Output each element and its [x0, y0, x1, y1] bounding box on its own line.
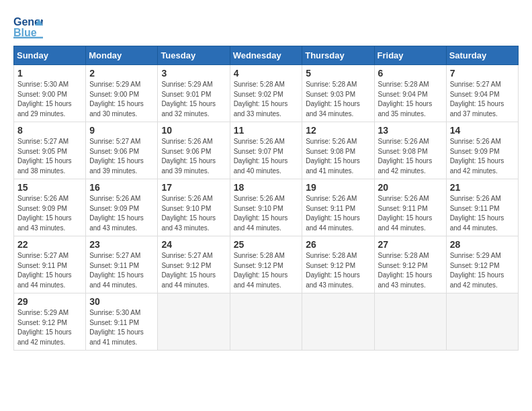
- calendar-day-cell: 9Sunrise: 5:27 AM Sunset: 9:06 PM Daylig…: [86, 122, 158, 179]
- day-info: Sunrise: 5:26 AM Sunset: 9:11 PM Dayligh…: [306, 194, 370, 233]
- day-number: 9: [89, 125, 154, 136]
- day-number: 3: [161, 68, 226, 79]
- day-info: Sunrise: 5:26 AM Sunset: 9:11 PM Dayligh…: [450, 194, 515, 233]
- day-info: Sunrise: 5:26 AM Sunset: 9:09 PM Dayligh…: [17, 194, 82, 233]
- calendar-week-row: 22Sunrise: 5:27 AM Sunset: 9:11 PM Dayli…: [14, 236, 519, 293]
- day-number: 22: [17, 239, 82, 250]
- calendar-day-cell: 30Sunrise: 5:30 AM Sunset: 9:11 PM Dayli…: [86, 293, 158, 351]
- day-info: Sunrise: 5:26 AM Sunset: 9:09 PM Dayligh…: [450, 137, 515, 176]
- day-info: Sunrise: 5:28 AM Sunset: 9:12 PM Dayligh…: [306, 251, 370, 290]
- calendar-day-cell: 26Sunrise: 5:28 AM Sunset: 9:12 PM Dayli…: [302, 236, 374, 293]
- calendar-day-cell: 1Sunrise: 5:30 AM Sunset: 9:00 PM Daylig…: [14, 65, 86, 122]
- day-number: 18: [234, 182, 299, 193]
- day-info: Sunrise: 5:27 AM Sunset: 9:04 PM Dayligh…: [450, 80, 515, 119]
- day-number: 26: [306, 239, 370, 250]
- calendar-day-cell: [230, 293, 302, 351]
- calendar-week-row: 1Sunrise: 5:30 AM Sunset: 9:00 PM Daylig…: [14, 65, 519, 122]
- weekday-header-row: SundayMondayTuesdayWednesdayThursdayFrid…: [14, 46, 519, 65]
- day-info: Sunrise: 5:28 AM Sunset: 9:03 PM Dayligh…: [306, 80, 370, 119]
- day-info: Sunrise: 5:29 AM Sunset: 9:12 PM Dayligh…: [450, 251, 515, 290]
- day-info: Sunrise: 5:26 AM Sunset: 9:08 PM Dayligh…: [306, 137, 370, 176]
- day-info: Sunrise: 5:26 AM Sunset: 9:11 PM Dayligh…: [378, 194, 443, 233]
- calendar-day-cell: 29Sunrise: 5:29 AM Sunset: 9:12 PM Dayli…: [14, 293, 86, 351]
- day-number: 1: [17, 68, 82, 79]
- calendar-day-cell: 20Sunrise: 5:26 AM Sunset: 9:11 PM Dayli…: [374, 179, 446, 236]
- calendar-week-row: 29Sunrise: 5:29 AM Sunset: 9:12 PM Dayli…: [14, 293, 519, 351]
- day-info: Sunrise: 5:26 AM Sunset: 9:08 PM Dayligh…: [378, 137, 443, 176]
- day-info: Sunrise: 5:27 AM Sunset: 9:11 PM Dayligh…: [89, 251, 154, 290]
- calendar-week-row: 15Sunrise: 5:26 AM Sunset: 9:09 PM Dayli…: [14, 179, 519, 236]
- day-number: 5: [306, 68, 370, 79]
- day-number: 19: [306, 182, 370, 193]
- calendar-day-cell: 28Sunrise: 5:29 AM Sunset: 9:12 PM Dayli…: [446, 236, 518, 293]
- weekday-sunday: Sunday: [14, 46, 86, 65]
- calendar-day-cell: 24Sunrise: 5:27 AM Sunset: 9:12 PM Dayli…: [158, 236, 230, 293]
- day-number: 17: [161, 182, 226, 193]
- day-info: Sunrise: 5:30 AM Sunset: 9:11 PM Dayligh…: [89, 308, 154, 347]
- day-number: 2: [89, 68, 154, 79]
- weekday-saturday: Saturday: [446, 46, 518, 65]
- calendar-day-cell: 2Sunrise: 5:29 AM Sunset: 9:00 PM Daylig…: [86, 65, 158, 122]
- day-number: 27: [378, 239, 443, 250]
- calendar-day-cell: [446, 293, 518, 351]
- day-number: 30: [89, 296, 154, 307]
- calendar-day-cell: 4Sunrise: 5:28 AM Sunset: 9:02 PM Daylig…: [230, 65, 302, 122]
- calendar-day-cell: 3Sunrise: 5:29 AM Sunset: 9:01 PM Daylig…: [158, 65, 230, 122]
- day-number: 11: [234, 125, 299, 136]
- day-number: 15: [17, 182, 82, 193]
- page-header: General Blue: [13, 13, 519, 39]
- day-info: Sunrise: 5:27 AM Sunset: 9:12 PM Dayligh…: [161, 251, 226, 290]
- calendar-day-cell: 23Sunrise: 5:27 AM Sunset: 9:11 PM Dayli…: [86, 236, 158, 293]
- day-info: Sunrise: 5:28 AM Sunset: 9:04 PM Dayligh…: [378, 80, 443, 119]
- day-number: 12: [306, 125, 370, 136]
- calendar-day-cell: 13Sunrise: 5:26 AM Sunset: 9:08 PM Dayli…: [374, 122, 446, 179]
- day-number: 6: [378, 68, 443, 79]
- weekday-tuesday: Tuesday: [158, 46, 230, 65]
- day-info: Sunrise: 5:27 AM Sunset: 9:06 PM Dayligh…: [89, 137, 154, 176]
- day-number: 21: [450, 182, 515, 193]
- day-info: Sunrise: 5:26 AM Sunset: 9:10 PM Dayligh…: [161, 194, 226, 233]
- day-number: 8: [17, 125, 82, 136]
- calendar-day-cell: 8Sunrise: 5:27 AM Sunset: 9:05 PM Daylig…: [14, 122, 86, 179]
- day-info: Sunrise: 5:26 AM Sunset: 9:07 PM Dayligh…: [234, 137, 299, 176]
- day-info: Sunrise: 5:28 AM Sunset: 9:12 PM Dayligh…: [378, 251, 443, 290]
- calendar-day-cell: 7Sunrise: 5:27 AM Sunset: 9:04 PM Daylig…: [446, 65, 518, 122]
- calendar-day-cell: 19Sunrise: 5:26 AM Sunset: 9:11 PM Dayli…: [302, 179, 374, 236]
- calendar-day-cell: 27Sunrise: 5:28 AM Sunset: 9:12 PM Dayli…: [374, 236, 446, 293]
- day-number: 20: [378, 182, 443, 193]
- day-number: 4: [234, 68, 299, 79]
- weekday-wednesday: Wednesday: [230, 46, 302, 65]
- day-number: 13: [378, 125, 443, 136]
- day-info: Sunrise: 5:26 AM Sunset: 9:09 PM Dayligh…: [89, 194, 154, 233]
- day-info: Sunrise: 5:29 AM Sunset: 9:12 PM Dayligh…: [17, 308, 82, 347]
- calendar-day-cell: 11Sunrise: 5:26 AM Sunset: 9:07 PM Dayli…: [230, 122, 302, 179]
- calendar-table: SundayMondayTuesdayWednesdayThursdayFrid…: [13, 46, 519, 351]
- calendar-day-cell: 18Sunrise: 5:26 AM Sunset: 9:10 PM Dayli…: [230, 179, 302, 236]
- day-number: 23: [89, 239, 154, 250]
- day-number: 16: [89, 182, 154, 193]
- day-info: Sunrise: 5:27 AM Sunset: 9:05 PM Dayligh…: [17, 137, 82, 176]
- day-info: Sunrise: 5:29 AM Sunset: 9:01 PM Dayligh…: [161, 80, 226, 119]
- calendar-day-cell: 6Sunrise: 5:28 AM Sunset: 9:04 PM Daylig…: [374, 65, 446, 122]
- day-info: Sunrise: 5:29 AM Sunset: 9:00 PM Dayligh…: [89, 80, 154, 119]
- weekday-monday: Monday: [86, 46, 158, 65]
- calendar-day-cell: 22Sunrise: 5:27 AM Sunset: 9:11 PM Dayli…: [14, 236, 86, 293]
- calendar-day-cell: 14Sunrise: 5:26 AM Sunset: 9:09 PM Dayli…: [446, 122, 518, 179]
- weekday-thursday: Thursday: [302, 46, 374, 65]
- day-info: Sunrise: 5:27 AM Sunset: 9:11 PM Dayligh…: [17, 251, 82, 290]
- logo-icon: General Blue: [13, 13, 43, 39]
- day-number: 7: [450, 68, 515, 79]
- calendar-day-cell: 10Sunrise: 5:26 AM Sunset: 9:06 PM Dayli…: [158, 122, 230, 179]
- calendar-day-cell: [158, 293, 230, 351]
- calendar-day-cell: 5Sunrise: 5:28 AM Sunset: 9:03 PM Daylig…: [302, 65, 374, 122]
- day-info: Sunrise: 5:26 AM Sunset: 9:10 PM Dayligh…: [234, 194, 299, 233]
- svg-text:Blue: Blue: [13, 27, 37, 38]
- day-info: Sunrise: 5:26 AM Sunset: 9:06 PM Dayligh…: [161, 137, 226, 176]
- weekday-friday: Friday: [374, 46, 446, 65]
- calendar-day-cell: 15Sunrise: 5:26 AM Sunset: 9:09 PM Dayli…: [14, 179, 86, 236]
- day-number: 29: [17, 296, 82, 307]
- day-info: Sunrise: 5:28 AM Sunset: 9:02 PM Dayligh…: [234, 80, 299, 119]
- day-number: 10: [161, 125, 226, 136]
- calendar-day-cell: 12Sunrise: 5:26 AM Sunset: 9:08 PM Dayli…: [302, 122, 374, 179]
- day-info: Sunrise: 5:30 AM Sunset: 9:00 PM Dayligh…: [17, 80, 82, 119]
